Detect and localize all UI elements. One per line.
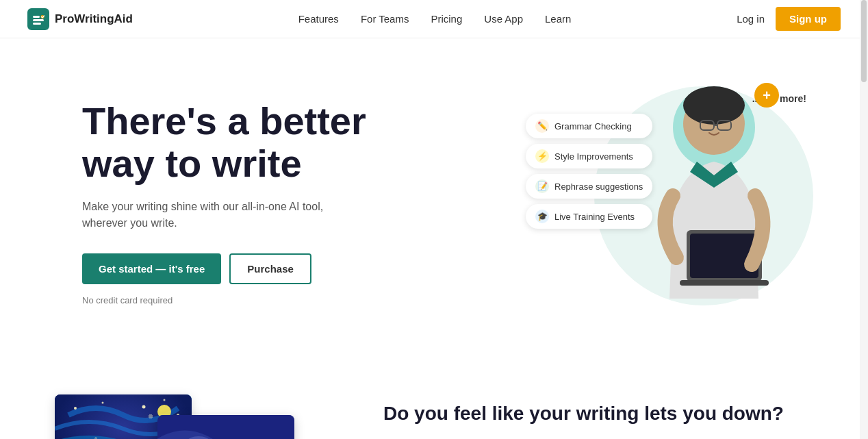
person-illustration (635, 86, 793, 308)
section-2: My idea in my head Do you feel like your… (0, 353, 868, 439)
hero-buttons: Get started — it's free Purchase (82, 253, 366, 284)
svg-point-16 (142, 405, 146, 409)
logo-icon (27, 8, 49, 30)
pill-training: 🎓 Live Training Events (526, 204, 652, 229)
purchase-button[interactable]: Purchase (229, 253, 311, 284)
blue-swirls-bg (157, 415, 294, 439)
svg-rect-1 (33, 16, 40, 18)
nav-features[interactable]: Features (298, 13, 339, 25)
hero-section: There's a better way to write Make your … (0, 38, 868, 353)
nav-links: Features For Teams Pricing Use App Learn (298, 13, 572, 25)
signup-button[interactable]: Sign up (776, 7, 841, 31)
hero-title: There's a better way to write (82, 100, 366, 184)
svg-point-15 (102, 402, 104, 404)
hero-illustration: ...and more! + (526, 79, 813, 326)
pill-grammar: ✏️ Grammar Checking (526, 114, 652, 138)
brand-name: ProWritingAid (55, 12, 133, 26)
rephrase-icon: 📝 (535, 179, 549, 193)
section-2-title: Do you feel like your writing lets you d… (383, 401, 813, 426)
section-2-left: My idea in my head (55, 394, 342, 439)
plus-badge: + (754, 83, 779, 108)
nav-pricing[interactable]: Pricing (431, 13, 462, 25)
logo-link[interactable]: ProWritingAid (27, 8, 133, 30)
no-credit-text: No credit card required (82, 295, 366, 305)
login-button[interactable]: Log in (737, 13, 765, 25)
pill-rephrase: 📝 Rephrase suggestions (526, 174, 652, 199)
feature-pills: ✏️ Grammar Checking ⚡ Style Improvements… (526, 114, 652, 229)
svg-rect-0 (33, 19, 44, 21)
hero-subtitle: Make your writing shine with our all-in-… (82, 199, 356, 231)
training-icon: 🎓 (535, 210, 549, 223)
svg-point-14 (74, 407, 77, 410)
svg-point-17 (164, 399, 166, 401)
svg-rect-2 (33, 23, 41, 25)
scrollbar-track[interactable] (860, 0, 868, 439)
hero-content: There's a better way to write Make your … (82, 100, 366, 305)
style-icon: ⚡ (535, 149, 549, 163)
navbar: ProWritingAid Features For Teams Pricing… (0, 0, 868, 38)
get-started-button[interactable]: Get started — it's free (82, 253, 221, 284)
nav-use-app[interactable]: Use App (484, 13, 523, 25)
grammar-icon: ✏️ (535, 119, 549, 133)
blue-swirls-card (157, 415, 294, 439)
svg-rect-12 (680, 280, 769, 286)
scrollbar-thumb[interactable] (861, 0, 867, 82)
section-2-right: Do you feel like your writing lets you d… (383, 394, 813, 439)
nav-actions: Log in Sign up (737, 7, 841, 31)
art-stack: My idea in my head (55, 394, 315, 439)
nav-for-teams[interactable]: For Teams (361, 13, 409, 25)
svg-point-6 (683, 86, 745, 125)
nav-learn[interactable]: Learn (545, 13, 571, 25)
pill-style: ⚡ Style Improvements (526, 144, 652, 168)
